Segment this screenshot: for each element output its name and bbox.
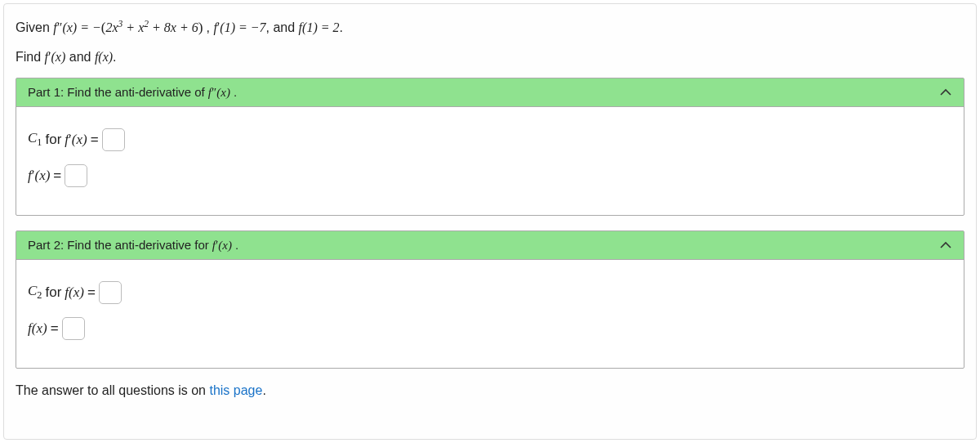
part1-header[interactable]: Part 1: Find the anti-derivative of f″(x… [16,78,964,107]
part2-header[interactable]: Part 2: Find the anti-derivative for f′(… [16,231,964,260]
footer-note: The answer to all questions is on this p… [16,383,964,398]
c1-for: for [45,132,61,148]
find-statement: Find f′(x) and f(x). [16,50,964,65]
given-suffix: . [340,20,343,34]
find-suffix: . [113,50,116,64]
part1-c1-row: C1 for f′(x) = [28,128,952,151]
c2-input[interactable] [99,281,122,304]
f-input[interactable] [62,317,85,340]
footer-suffix: . [262,383,265,397]
part2-header-fn: f′(x) [212,239,232,253]
given-cond2: f(1) = 2 [299,20,340,34]
part2-panel: Part 2: Find the anti-derivative for f′(… [16,230,964,369]
part2-body: C2 for f(x) = f(x) = [16,260,964,368]
part2-header-text: Part 2: Find the anti-derivative for f′(… [28,238,238,253]
c1-input[interactable] [102,128,125,151]
given-equation: f″(x) = −(2x3 + x2 + 8x + 6) [53,20,206,34]
problem-container: Given f″(x) = −(2x3 + x2 + 8x + 6) , f′(… [3,3,977,440]
c1-eq: = [91,132,99,148]
part2-f-row: f(x) = [28,317,952,340]
given-prefix: Given [16,20,53,34]
part1-header-suffix: . [234,85,237,99]
f-eq: = [51,320,59,337]
given-statement: Given f″(x) = −(2x3 + x2 + 8x + 6) , f′(… [16,17,964,38]
find-f: f(x) [95,50,113,64]
fprime-label: f′(x) [28,168,50,184]
c2-fn: f(x) [65,284,84,301]
find-fprime: f′(x) [45,50,66,64]
find-prefix: Find [16,50,45,64]
part2-header-prefix: Part 2: Find the anti-derivative for [28,238,209,252]
part2-c2-row: C2 for f(x) = [28,281,952,304]
c1-fn: f′(x) [65,132,87,148]
sep2: , and [266,20,299,34]
part1-header-fn: f″(x) [208,86,230,100]
c2-for: for [45,284,61,301]
c2-label: C2 [28,283,42,302]
fprime-eq: = [53,168,61,184]
chevron-up-icon [939,239,952,252]
part2-header-suffix: . [235,238,238,252]
fprime-input[interactable] [65,164,87,187]
chevron-up-icon [939,86,952,99]
part1-fprime-row: f′(x) = [28,164,952,187]
c2-eq: = [87,284,96,301]
given-cond1: f′(1) = −7 [213,20,265,34]
part1-header-prefix: Part 1: Find the anti-derivative of [28,85,205,99]
footer-text: The answer to all questions is on [16,383,209,397]
find-and: and [69,50,95,64]
part1-header-text: Part 1: Find the anti-derivative of f″(x… [28,85,237,100]
c1-label: C1 [28,130,42,149]
part1-panel: Part 1: Find the anti-derivative of f″(x… [16,78,964,216]
answers-link[interactable]: this page [209,383,262,397]
part1-body: C1 for f′(x) = f′(x) = [16,107,964,215]
f-label: f(x) [28,320,47,337]
